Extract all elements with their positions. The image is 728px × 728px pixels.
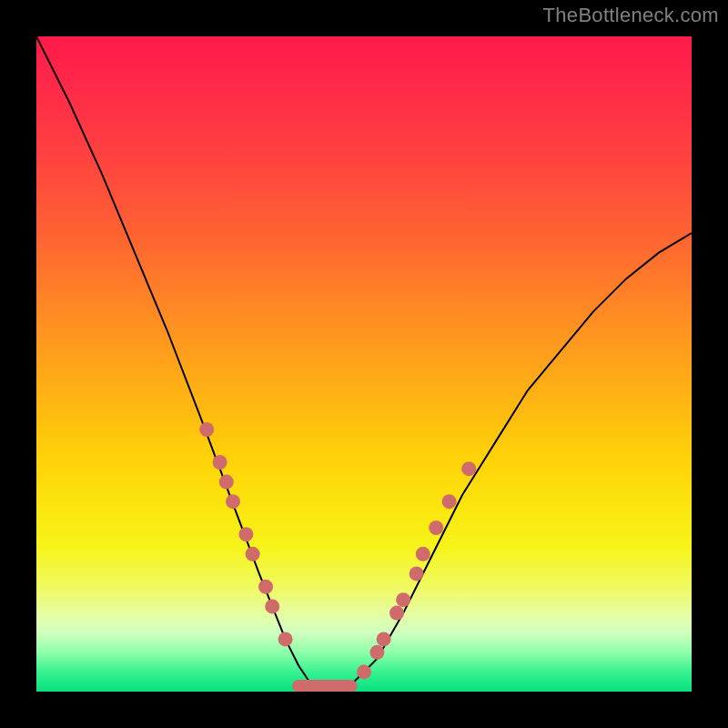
marker-dot: [238, 527, 253, 541]
marker-dot: [377, 632, 391, 646]
marker-dot: [442, 494, 457, 509]
marker-dot: [429, 521, 443, 535]
marker-dot: [199, 422, 214, 437]
marker-dot: [396, 592, 410, 607]
marker-dot: [410, 566, 424, 581]
bottleneck-curve: [36, 36, 692, 692]
marker-dot: [461, 461, 476, 476]
chart-svg: [36, 36, 692, 692]
plot-area: [36, 36, 692, 692]
marker-dot: [265, 599, 279, 613]
markers-right: [357, 461, 476, 679]
marker-dot: [369, 645, 384, 660]
marker-dot: [357, 664, 371, 679]
marker-dot: [389, 606, 404, 621]
marker-dot: [246, 547, 260, 561]
watermark: TheBottleneck.com: [543, 4, 719, 27]
marker-dot: [278, 632, 293, 646]
marker-dot: [226, 494, 240, 509]
marker-dot: [213, 455, 228, 470]
marker-dot: [219, 475, 234, 490]
marker-dot: [258, 580, 273, 594]
marker-dot: [416, 547, 430, 561]
chart-frame: TheBottleneck.com: [0, 0, 728, 728]
markers-left: [199, 422, 292, 646]
